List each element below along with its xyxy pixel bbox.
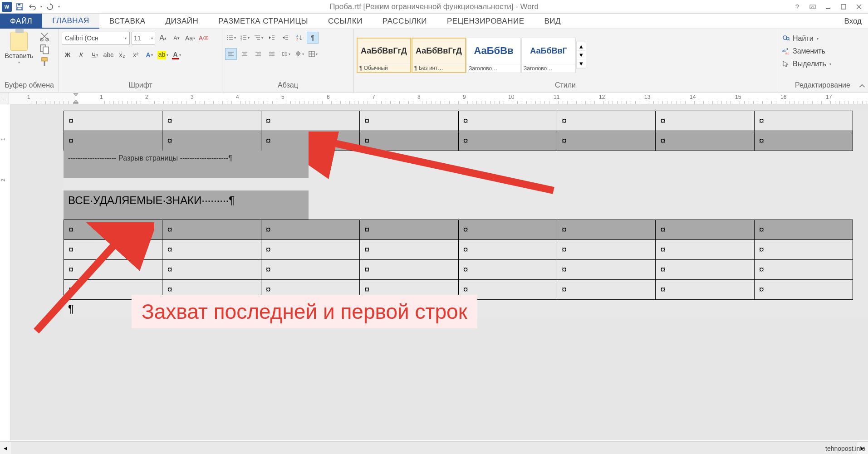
style-heading-2[interactable]: АаБбВвГ Заголово…: [521, 38, 576, 73]
table-cell[interactable]: ¤: [360, 280, 458, 300]
vertical-ruler[interactable]: 1 2: [0, 104, 11, 440]
table-cell[interactable]: ¤: [261, 111, 359, 131]
table-2[interactable]: ¤ ¤ ¤ ¤ ¤ ¤ ¤ ¤ ¤ ¤ ¤ ¤ ¤ ¤ ¤ ¤ ¤ ¤: [64, 220, 853, 300]
multilevel-list-button[interactable]: ▾: [252, 32, 264, 44]
indent-marker-icon[interactable]: [73, 93, 79, 104]
tab-layout[interactable]: РАЗМЕТКА СТРАНИЦЫ: [208, 14, 318, 29]
increase-indent-button[interactable]: [280, 32, 291, 44]
table-cell[interactable]: ¤: [458, 240, 557, 260]
table-cell[interactable]: ¤: [360, 131, 458, 151]
scroll-left-icon[interactable]: ◂: [0, 442, 11, 454]
table-cell[interactable]: ¤: [754, 240, 853, 260]
font-name-combobox[interactable]: Calibri (Осн▾: [62, 32, 130, 44]
table-row[interactable]: ¤ ¤ ¤ ¤ ¤ ¤ ¤ ¤: [64, 131, 853, 151]
table-cell[interactable]: ¤: [64, 280, 162, 300]
align-left-button[interactable]: [225, 48, 237, 60]
text-effects-button[interactable]: A▾: [143, 49, 155, 61]
undo-icon[interactable]: [27, 2, 37, 12]
subscript-button[interactable]: x₂: [116, 49, 128, 61]
table-cell[interactable]: ¤: [261, 131, 359, 151]
style-heading-1[interactable]: АаБбВв Заголово…: [466, 38, 521, 73]
table-cell[interactable]: ¤: [557, 111, 655, 131]
horizontal-scrollbar[interactable]: ◂ ▸: [0, 441, 868, 454]
paste-button[interactable]: Вставить ▾: [3, 31, 35, 65]
numbering-button[interactable]: 123▾: [239, 32, 250, 44]
styles-scroll-down-icon[interactable]: ▾: [577, 51, 586, 59]
tab-view[interactable]: ВИД: [535, 14, 571, 29]
bold-button[interactable]: Ж: [62, 49, 74, 61]
undo-dropdown-icon[interactable]: ▾: [40, 5, 42, 9]
table-cell[interactable]: ¤: [754, 111, 853, 131]
table-cell[interactable]: ¤: [261, 220, 359, 240]
styles-scroll-up-icon[interactable]: ▴: [577, 42, 586, 51]
table-cell[interactable]: ¤: [261, 260, 359, 280]
table-1[interactable]: ¤ ¤ ¤ ¤ ¤ ¤ ¤ ¤ ¤ ¤ ¤ ¤ ¤ ¤ ¤ ¤: [64, 111, 853, 151]
table-cell[interactable]: ¤: [656, 280, 754, 300]
table-cell[interactable]: ¤: [458, 131, 557, 151]
cut-icon[interactable]: [39, 31, 50, 42]
tab-selector-icon[interactable]: ∟: [0, 93, 9, 104]
table-cell[interactable]: ¤: [162, 111, 261, 131]
table-cell[interactable]: ¤: [557, 240, 655, 260]
styles-expand-icon[interactable]: ▾: [577, 59, 586, 68]
table-cell[interactable]: ¤: [64, 131, 162, 151]
document-page[interactable]: ¤ ¤ ¤ ¤ ¤ ¤ ¤ ¤ ¤ ¤ ¤ ¤ ¤ ¤ ¤ ¤ --------…: [64, 111, 868, 318]
table-cell[interactable]: ¤: [458, 111, 557, 131]
paragraph-mark[interactable]: ¶: [64, 300, 868, 318]
copy-icon[interactable]: [39, 44, 50, 54]
tab-review[interactable]: РЕЦЕНЗИРОВАНИЕ: [437, 14, 535, 29]
sort-button[interactable]: AZ: [293, 32, 305, 44]
superscript-button[interactable]: x²: [130, 49, 142, 61]
font-size-combobox[interactable]: 11▾: [132, 32, 155, 44]
table-cell[interactable]: ¤: [64, 220, 162, 240]
table-cell[interactable]: ¤: [360, 111, 458, 131]
replace-button[interactable]: abac Заменить: [780, 46, 833, 56]
table-cell[interactable]: ¤: [557, 220, 655, 240]
table-cell[interactable]: ¤: [557, 280, 655, 300]
table-cell[interactable]: ¤: [162, 220, 261, 240]
table-cell[interactable]: ¤: [656, 111, 754, 131]
styles-gallery-more[interactable]: ▴ ▾ ▾: [576, 42, 586, 68]
strikethrough-button[interactable]: abc: [103, 49, 114, 61]
table-cell[interactable]: ¤: [64, 111, 162, 131]
table-cell[interactable]: ¤: [458, 260, 557, 280]
borders-button[interactable]: ▾: [307, 48, 319, 60]
table-cell[interactable]: ¤: [557, 131, 655, 151]
show-formatting-button[interactable]: ¶: [307, 32, 319, 44]
table-cell[interactable]: ¤: [656, 220, 754, 240]
justify-button[interactable]: [266, 48, 278, 60]
decrease-indent-button[interactable]: [266, 32, 278, 44]
table-cell[interactable]: ¤: [64, 240, 162, 260]
redo-icon[interactable]: [45, 2, 55, 12]
table-cell[interactable]: ¤: [754, 280, 853, 300]
maximize-icon[interactable]: [838, 1, 849, 12]
tab-design[interactable]: ДИЗАЙН: [155, 14, 208, 29]
find-button[interactable]: Найти▾: [780, 34, 833, 44]
table-cell[interactable]: ¤: [458, 280, 557, 300]
table-cell[interactable]: ¤: [360, 260, 458, 280]
table-cell[interactable]: ¤: [360, 220, 458, 240]
grow-font-button[interactable]: A▴: [157, 32, 169, 44]
font-color-button[interactable]: A▾: [171, 49, 182, 61]
table-cell[interactable]: ¤: [261, 240, 359, 260]
table-row[interactable]: ¤ ¤ ¤ ¤ ¤ ¤ ¤ ¤: [64, 220, 853, 240]
table-cell[interactable]: ¤: [261, 280, 359, 300]
table-cell[interactable]: ¤: [64, 260, 162, 280]
table-cell[interactable]: ¤: [162, 260, 261, 280]
style-normal[interactable]: АаБбВвГгД ¶ Обычный: [357, 38, 411, 73]
help-icon[interactable]: ?: [792, 1, 803, 12]
minimize-icon[interactable]: [823, 1, 834, 12]
align-right-button[interactable]: [252, 48, 264, 60]
selected-text-block[interactable]: ВСЕ·УДАЛЯЕМЫЕ·ЗНАКИ·········¶: [64, 190, 309, 220]
tab-home[interactable]: ГЛАВНАЯ: [42, 14, 99, 29]
ribbon-options-icon[interactable]: [807, 1, 818, 12]
underline-button[interactable]: Ч▾: [89, 49, 101, 61]
table-cell[interactable]: ¤: [360, 240, 458, 260]
style-no-spacing[interactable]: АаБбВвГгД ¶ Без инт…: [412, 38, 466, 73]
tab-references[interactable]: ССЫЛКИ: [318, 14, 373, 29]
table-cell[interactable]: ¤: [656, 260, 754, 280]
save-icon[interactable]: [15, 2, 25, 12]
table-cell[interactable]: ¤: [754, 131, 853, 151]
qat-customize-icon[interactable]: ▾: [58, 5, 60, 9]
table-row[interactable]: ¤ ¤ ¤ ¤ ¤ ¤ ¤ ¤: [64, 240, 853, 260]
